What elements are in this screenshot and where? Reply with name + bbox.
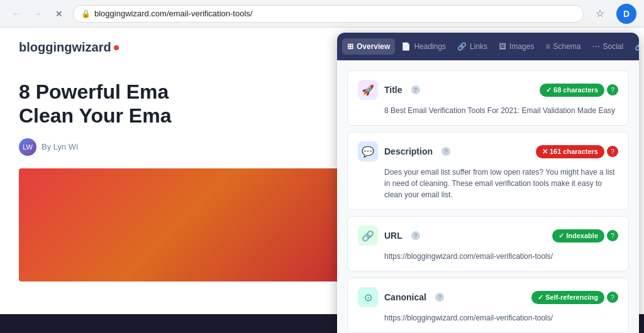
canonical-badge: ✓ Self-referencing [531,291,604,304]
url-value: https://bloggingwizard.com/email-verific… [358,251,618,262]
canonical-icon: ⊙ [358,287,378,307]
url-row: 🔗 URL ? ✓ Indexable ? https://bloggingwi… [347,216,629,271]
url-badge-group: ✓ Indexable ? [552,229,618,243]
canonical-badge-help[interactable]: ? [607,292,618,303]
extension-button[interactable]: D [616,4,636,24]
page-area: bloggingwizard 8 Powerful Ema Clean Your… [0,28,644,333]
title-label: Title [384,85,402,95]
url-icon: 🔗 [358,226,378,246]
lock-icon: 🔒 [81,9,91,18]
schema-icon: ≡ [545,42,550,51]
url-help-icon[interactable]: ? [411,231,420,240]
tab-schema[interactable]: ≡ Schema [540,38,586,55]
canonical-row: ⊙ Canonical ? ✓ Self-referencing ? https… [347,278,629,333]
description-badge-group: ✕ 161 characters ? [536,145,618,158]
title-badge: ✓ 68 characters [540,84,604,97]
forward-button[interactable]: → [29,5,47,23]
seo-panel: ⊞ Overview 📄 Headings 🔗 Links 🖼 Images ≡… [337,33,639,333]
canonical-help-icon[interactable]: ? [435,293,444,302]
images-icon: 🖼 [499,42,506,51]
title-badge-help[interactable]: ? [607,84,618,96]
url-text: bloggingwizard.com/email-verification-to… [94,9,252,18]
title-help-icon[interactable]: ? [411,85,420,94]
title-row: 🚀 Title ? ✓ 68 characters ? 8 Best Email… [347,70,629,126]
title-value: 8 Best Email Verification Tools For 2021… [358,105,618,116]
description-badge-help[interactable]: ? [607,146,618,157]
description-label: Description [384,146,433,156]
url-row-header: 🔗 URL ? ✓ Indexable ? [358,226,618,246]
tab-quicklinks[interactable]: 🔗 Quick Links [630,38,639,55]
description-badge: ✕ 161 characters [536,145,604,158]
browser-chrome: ← → ✕ 🔒 bloggingwizard.com/email-verific… [0,0,644,28]
panel-nav: ⊞ Overview 📄 Headings 🔗 Links 🖼 Images ≡… [337,33,639,60]
back-button[interactable]: ← [8,5,25,23]
panel-body: 🚀 Title ? ✓ 68 characters ? 8 Best Email… [337,60,639,333]
logo-dot [114,45,119,50]
overview-icon: ⊞ [347,42,353,51]
description-row-header: 💬 Description ? ✕ 161 characters ? [358,141,618,161]
description-label-group: 💬 Description ? [358,141,450,161]
title-badge-group: ✓ 68 characters ? [540,84,618,97]
description-icon: 💬 [358,141,378,161]
quicklinks-icon: 🔗 [635,42,639,51]
canonical-label: Canonical [384,292,426,302]
author-text: By Lyn Wi [42,142,78,151]
title-row-header: 🚀 Title ? ✓ 68 characters ? [358,80,618,100]
headings-icon: 📄 [401,42,411,51]
canonical-label-group: ⊙ Canonical ? [358,287,444,307]
url-badge-help[interactable]: ? [607,230,618,241]
nav-buttons: ← → ✕ [8,5,68,23]
links-icon: 🔗 [457,42,467,51]
author-avatar: LW [19,138,36,156]
canonical-value: https://bloggingwizard.com/email-verific… [358,312,618,324]
social-icon: ⋯ [592,42,600,51]
tab-overview[interactable]: ⊞ Overview [342,38,395,55]
address-bar[interactable]: 🔒 bloggingwizard.com/email-verification-… [73,5,584,23]
site-logo: bloggingwizard [19,40,119,55]
reload-button[interactable]: ✕ [50,5,68,23]
tab-images[interactable]: 🖼 Images [494,38,539,55]
title-icon: 🚀 [358,80,378,100]
canonical-row-header: ⊙ Canonical ? ✓ Self-referencing ? [358,287,618,307]
url-label-group: 🔗 URL ? [358,226,420,246]
tab-social[interactable]: ⋯ Social [587,38,629,55]
canonical-badge-group: ✓ Self-referencing ? [531,291,618,304]
description-row: 💬 Description ? ✕ 161 characters ? Does … [347,132,629,210]
url-badge: ✓ Indexable [552,229,604,243]
title-label-group: 🚀 Title ? [358,80,420,100]
tab-headings[interactable]: 📄 Headings [396,38,451,55]
tab-links[interactable]: 🔗 Links [452,38,492,55]
description-value: Does your email list suffer from low ope… [358,166,618,200]
bookmark-button[interactable]: ☆ [591,5,609,23]
url-label: URL [384,231,402,241]
description-help-icon[interactable]: ? [441,147,450,156]
